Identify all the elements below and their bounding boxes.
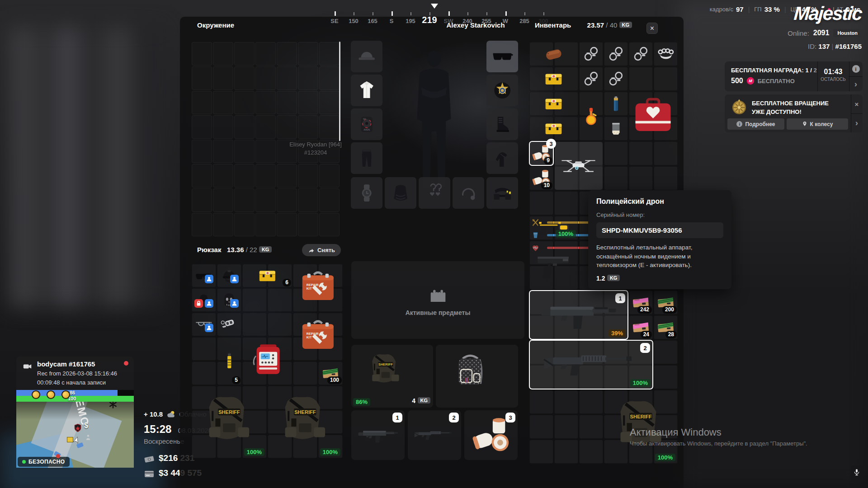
grid-cell[interactable] [604, 141, 628, 165]
grid-cell[interactable] [192, 66, 212, 90]
item-ycase[interactable] [530, 92, 578, 115]
item-helmet[interactable] [217, 264, 241, 287]
grid-cell[interactable] [234, 164, 255, 188]
grid-cell[interactable] [319, 42, 340, 66]
equipped-backpack[interactable] [436, 345, 518, 408]
grid-cell[interactable] [234, 66, 255, 90]
grid-cell[interactable] [298, 115, 318, 139]
item-spray[interactable]: 5 [217, 338, 241, 385]
grid-cell[interactable] [192, 213, 212, 236]
grid-cell[interactable] [298, 91, 318, 114]
grid-cell[interactable] [192, 115, 212, 139]
backpack-remove-button[interactable]: Снять [302, 244, 341, 256]
wheel-close-button[interactable]: × [851, 94, 863, 113]
equipment-slot-gaiter[interactable] [385, 177, 416, 209]
grid-cell[interactable] [554, 390, 578, 414]
equipment-slot-bracelet[interactable] [453, 177, 484, 209]
grid-cell[interactable] [319, 188, 340, 212]
grid-cell[interactable] [255, 91, 276, 114]
grid-cell[interactable] [268, 313, 292, 336]
grid-cell[interactable] [192, 91, 212, 114]
item-cuffs[interactable] [580, 67, 603, 90]
item-carkey[interactable] [217, 313, 241, 336]
grid-cell[interactable] [579, 415, 603, 439]
item-cuffs[interactable] [604, 42, 627, 66]
item-ammo_green[interactable]: 200 [654, 291, 677, 314]
grid-cell[interactable] [234, 115, 255, 139]
equipment-slot-visor[interactable] [486, 41, 518, 72]
item-cuffs[interactable] [604, 67, 627, 90]
grid-cell[interactable] [293, 361, 317, 385]
quick-slot-2[interactable]: 2 [408, 410, 461, 460]
grid-cell[interactable] [255, 213, 276, 236]
grid-cell[interactable] [654, 166, 678, 190]
item-shades[interactable] [192, 264, 216, 287]
grid-cell[interactable] [298, 164, 318, 188]
item-ammo_green[interactable]: 100 [319, 362, 342, 385]
item-ammo_pink[interactable]: 24 [629, 316, 652, 339]
grid-cell[interactable] [654, 141, 678, 165]
item-aviators[interactable] [192, 313, 216, 336]
wheel-goto-button[interactable]: К колесу [787, 118, 848, 130]
equipment-slot-bodycam[interactable]: AXON [351, 108, 382, 140]
grid-cell[interactable] [319, 66, 340, 90]
grid-cell[interactable] [255, 140, 276, 163]
grid-cell[interactable] [192, 337, 216, 361]
grid-cell[interactable] [298, 213, 318, 236]
grid-cell[interactable] [255, 188, 276, 212]
grid-cell[interactable] [654, 340, 678, 364]
item-pistol[interactable] [530, 241, 578, 289]
wheel-details-button[interactable]: i Подробнее [727, 118, 784, 130]
grid-cell[interactable] [234, 140, 255, 163]
item-repair[interactable]: REPAIRKIT [293, 313, 342, 360]
wheel-next-button[interactable]: › [851, 113, 863, 132]
item-defibmach[interactable] [243, 338, 292, 385]
item-rifle[interactable]: 2100% [530, 341, 652, 389]
item-cuffs[interactable] [580, 42, 603, 66]
reward-info-button[interactable]: i [849, 61, 863, 76]
grid-cell[interactable] [554, 191, 578, 215]
item-smg[interactable]: 139% [530, 291, 627, 339]
grid-cell[interactable] [654, 365, 678, 389]
grid-cell[interactable] [529, 440, 553, 464]
grid-cell[interactable] [192, 361, 216, 385]
grid-cell[interactable] [319, 91, 340, 114]
item-ycase[interactable]: 6 [243, 264, 292, 287]
item-drugbag[interactable] [604, 117, 627, 140]
grid-cell[interactable] [234, 91, 255, 114]
item-ycase[interactable] [530, 117, 578, 140]
grid-cell[interactable] [629, 141, 653, 165]
grid-cell[interactable] [242, 313, 267, 336]
grid-cell[interactable] [192, 188, 212, 212]
grid-cell[interactable] [319, 115, 340, 139]
environment-scrollbar[interactable] [339, 42, 340, 141]
quick-slot-3[interactable]: 3 [464, 410, 518, 460]
grid-cell[interactable] [213, 115, 233, 139]
grid-cell[interactable] [604, 166, 628, 190]
equipment-slot-earrings[interactable] [419, 177, 450, 209]
item-bong[interactable] [580, 92, 603, 140]
item-bandage[interactable]: 10 [530, 167, 553, 190]
item-repair[interactable]: REPAIRKIT [293, 264, 342, 311]
grid-cell[interactable] [213, 140, 233, 163]
grid-cell[interactable] [579, 440, 603, 464]
grid-cell[interactable] [234, 213, 255, 236]
grid-cell[interactable] [213, 66, 233, 90]
grid-cell[interactable] [213, 213, 233, 236]
grid-cell[interactable] [654, 67, 678, 91]
item-defibcase[interactable] [629, 92, 677, 140]
grid-cell[interactable] [255, 115, 276, 139]
grid-cell[interactable] [255, 42, 276, 66]
grid-cell[interactable] [268, 288, 292, 312]
grid-cell[interactable] [529, 415, 553, 439]
quick-slot-1[interactable]: 1 [351, 410, 405, 460]
grid-cell[interactable] [629, 67, 653, 91]
grid-cell[interactable] [529, 390, 553, 414]
grid-cell[interactable] [255, 164, 276, 188]
grid-cell[interactable] [242, 288, 267, 312]
grid-cell[interactable] [529, 191, 553, 215]
item-drone[interactable] [555, 142, 603, 190]
grid-cell[interactable] [554, 415, 578, 439]
item-ammo_green[interactable]: 28 [654, 316, 677, 339]
item-vest[interactable]: SHERIFF100% [192, 386, 266, 458]
